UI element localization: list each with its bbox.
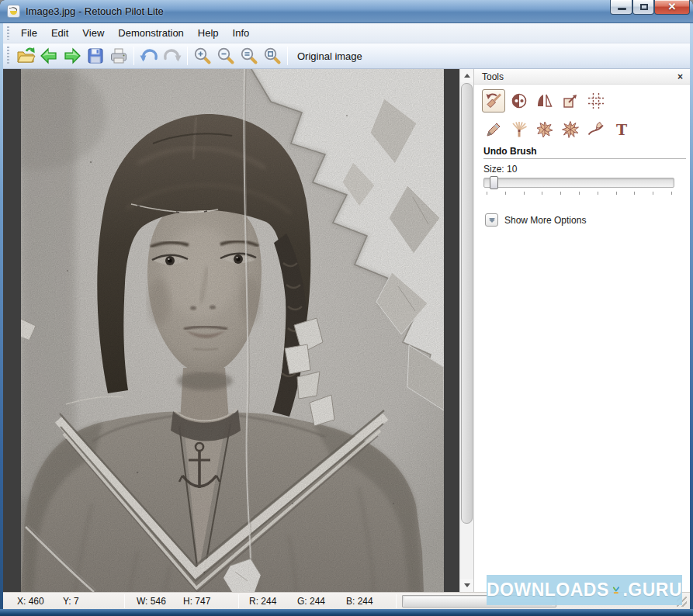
size-row: Size: 10 [483, 164, 517, 175]
menu-view[interactable]: View [75, 24, 111, 42]
scroll-down-button[interactable] [460, 579, 474, 592]
size-label: Size: [483, 164, 504, 175]
undo-icon [139, 46, 159, 66]
size-slider-track[interactable] [483, 178, 674, 188]
tool-row-2: T [482, 118, 633, 141]
smudge-icon [587, 120, 605, 139]
tool-patch-rough[interactable] [559, 118, 582, 141]
size-value: 10 [507, 164, 517, 175]
tools-panel-title: Tools [482, 71, 504, 82]
slider-ticks [487, 192, 673, 195]
forward-button[interactable] [61, 44, 84, 67]
menubar-grip [7, 26, 9, 40]
minimize-button[interactable] [610, 0, 632, 15]
zoom-fit-button[interactable] [261, 44, 284, 67]
back-arrow-icon [39, 46, 59, 66]
menu-help[interactable]: Help [191, 24, 226, 42]
patch-rough-icon [561, 120, 580, 139]
text-tool-glyph: T [616, 123, 627, 137]
tool-resize[interactable] [559, 89, 582, 112]
status-y: Y: 7 [63, 596, 79, 607]
original-image-label[interactable]: Original image [297, 50, 362, 62]
window-border-left [0, 23, 3, 609]
tool-brush[interactable] [508, 118, 531, 141]
menu-info[interactable]: Info [226, 24, 257, 42]
watermark-banner: DOWNLOADS .GURU [487, 575, 682, 605]
zoom-actual-icon [239, 46, 259, 66]
toolbar-separator [187, 47, 188, 65]
image-canvas[interactable] [3, 69, 459, 592]
print-icon [109, 46, 129, 66]
window-title: Image3.jpg - Retouch Pilot Lite [26, 5, 164, 17]
save-floppy-icon [85, 46, 106, 66]
print-button[interactable] [107, 44, 130, 67]
redo-button[interactable] [161, 44, 184, 67]
vertical-scrollbar[interactable] [459, 69, 473, 592]
show-more-options[interactable]: Show More Options [485, 213, 586, 227]
open-folder-icon [16, 46, 36, 66]
toolbar-grip [7, 47, 9, 65]
tool-pencil[interactable] [482, 118, 505, 141]
scroll-up-button[interactable] [460, 69, 474, 82]
forward-arrow-icon [62, 46, 82, 66]
zoom-in-icon [192, 46, 213, 66]
grid-marker-icon [587, 92, 605, 110]
pencil-icon [484, 120, 503, 139]
tool-text[interactable]: T [610, 118, 633, 141]
tool-scratch-remover[interactable] [508, 89, 531, 112]
menu-file[interactable]: File [14, 24, 44, 42]
mirror-icon [535, 92, 554, 110]
app-window: Image3.jpg - Retouch Pilot Lite ✕ File E… [0, 0, 693, 616]
status-h: H: 747 [183, 596, 210, 607]
zoom-out-icon [216, 46, 236, 66]
scrollbar-thumb[interactable] [461, 83, 473, 524]
size-slider-thumb[interactable] [490, 176, 498, 189]
menu-bar: File Edit View Demonstration Help Info [3, 23, 690, 43]
arrow-down-icon [464, 583, 470, 587]
status-r: R: 244 [249, 596, 276, 607]
save-button[interactable] [84, 44, 107, 67]
maximize-button[interactable] [632, 0, 654, 15]
open-button[interactable] [14, 44, 37, 67]
tool-mirror[interactable] [533, 89, 556, 112]
arrow-up-icon [464, 74, 470, 78]
tools-panel-close-icon[interactable]: × [677, 72, 683, 81]
tool-section-title: Undo Brush [483, 146, 537, 157]
patch-icon [535, 120, 554, 139]
scratch-remover-icon [510, 92, 528, 110]
tool-undo-brush[interactable] [482, 89, 505, 112]
status-x: X: 460 [17, 596, 44, 607]
tool-grid-marker[interactable] [584, 89, 608, 112]
tool-smudge[interactable] [584, 118, 608, 141]
window-border-bottom [0, 609, 693, 616]
zoom-fit-icon [262, 46, 282, 66]
menu-edit[interactable]: Edit [44, 24, 75, 42]
status-separator [124, 594, 125, 608]
close-button[interactable]: ✕ [654, 0, 690, 15]
tools-panel: Tools × [473, 69, 690, 592]
show-more-label: Show More Options [504, 215, 586, 226]
fan-brush-icon [510, 120, 528, 139]
toolbar: Original image [3, 43, 690, 69]
tools-panel-header[interactable]: Tools × [474, 69, 691, 85]
tool-patch[interactable] [533, 118, 556, 141]
toolbar-separator [287, 47, 288, 65]
chevron-down-icon[interactable] [485, 213, 498, 227]
zoom-in-button[interactable] [191, 44, 214, 67]
undo-brush-icon [484, 92, 503, 110]
zoom-actual-button[interactable] [237, 44, 261, 67]
section-divider [483, 158, 686, 159]
menu-demonstration[interactable]: Demonstration [111, 24, 191, 42]
back-button[interactable] [37, 44, 61, 67]
resize-icon [561, 92, 580, 110]
zoom-out-button[interactable] [214, 44, 237, 67]
app-icon [7, 5, 20, 18]
window-border-right [690, 23, 693, 609]
status-separator [238, 594, 239, 608]
status-b: B: 244 [346, 596, 373, 607]
watermark-text-right: .GURU [622, 580, 682, 600]
redo-icon [162, 46, 182, 66]
photo [21, 69, 444, 592]
undo-button[interactable] [137, 44, 161, 67]
watermark-text-left: DOWNLOADS [487, 580, 609, 600]
